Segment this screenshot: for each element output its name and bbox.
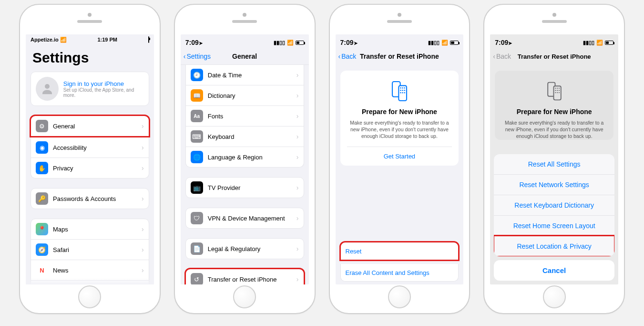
chevron-right-icon: ›: [142, 246, 144, 253]
cell-label: Keyboard: [208, 133, 296, 140]
svg-point-7: [402, 90, 403, 91]
status-bar: 7:09➤ ▮▮▯▯ 📶: [181, 34, 309, 48]
svg-point-19: [558, 90, 559, 91]
chevron-right-icon: ›: [296, 92, 299, 99]
home-button[interactable]: [78, 285, 101, 308]
chevron-right-icon: ›: [296, 214, 299, 222]
cell-label: Reset: [346, 248, 454, 255]
camera-dot: [398, 13, 401, 17]
cell-dictionary[interactable]: 📖Dictionary›: [186, 85, 304, 105]
safari-icon: 🧭: [36, 243, 48, 256]
home-button[interactable]: [388, 285, 411, 308]
home-button[interactable]: [233, 285, 256, 308]
status-time: 1:19 PM: [97, 37, 117, 42]
phone-reset-sheet: 7:09➤ ▮▮▯▯ 📶 ‹Back Transfer or Reset iPh…: [483, 4, 625, 314]
chevron-right-icon: ›: [142, 164, 144, 172]
cell-label: Transfer or Reset iPhone: [208, 276, 296, 283]
back-button[interactable]: ‹Settings: [184, 53, 211, 60]
action-sheet: Reset All Settings Reset Network Setting…: [494, 154, 614, 281]
status-time: 7:09➤: [185, 39, 203, 46]
book-icon: 📖: [191, 89, 203, 102]
cellular-icon: ▮▮▯▯: [583, 40, 594, 46]
svg-point-4: [402, 87, 403, 89]
news-icon: N: [36, 264, 48, 276]
signin-title: Sign in to your iPhone: [63, 80, 144, 87]
screen-general: 7:09➤ ▮▮▯▯ 📶 ‹Settings General 🕘Date & T…: [181, 34, 309, 284]
status-time: 7:09➤: [495, 39, 512, 46]
back-button: ‹Back: [493, 53, 511, 60]
sheet-reset-keyboard-dict[interactable]: Reset Keyboard Dictionary: [494, 195, 614, 215]
cell-keyboard[interactable]: ⌨Keyboard›: [186, 126, 304, 147]
screen-settings: Appetize.io 📶 1:19 PM Settings Sign in t…: [26, 34, 154, 284]
get-started-button[interactable]: Get Started: [347, 147, 452, 166]
camera-dot: [552, 13, 556, 17]
status-bar: Appetize.io 📶 1:19 PM: [26, 34, 154, 45]
location-arrow-icon: ➤: [199, 41, 203, 46]
card-title: Prepare for New iPhone: [501, 108, 607, 116]
signin-row[interactable]: Sign in to your iPhone Set up iCloud, th…: [31, 72, 149, 105]
battery-icon: [450, 41, 459, 45]
cell-date-time[interactable]: 🕘Date & Time›: [186, 65, 304, 85]
cell-maps[interactable]: 📍 Maps ›: [31, 219, 149, 239]
speaker-slot: [232, 20, 257, 23]
bottom-actions: Reset Erase All Content and Settings: [336, 242, 464, 284]
camera-dot: [243, 13, 246, 17]
cell-legal[interactable]: 📄Legal & Regulatory›: [186, 239, 304, 259]
cell-erase-all[interactable]: Erase All Content and Settings: [341, 264, 459, 281]
back-button[interactable]: ‹Back: [338, 53, 357, 60]
chevron-right-icon: ›: [296, 112, 299, 120]
sheet-reset-home[interactable]: Reset Home Screen Layout: [494, 215, 614, 236]
cell-safari[interactable]: 🧭 Safari ›: [31, 239, 149, 260]
cell-label: Passwords & Accounts: [53, 195, 142, 202]
cell-vpn[interactable]: 🛡VPN & Device Management›: [186, 208, 304, 228]
cell-label: Erase All Content and Settings: [346, 269, 454, 276]
sheet-reset-location-privacy[interactable]: Reset Location & Privacy: [494, 236, 614, 256]
group-erase: Erase All Content and Settings: [340, 264, 459, 282]
battery-icon: [148, 37, 149, 42]
cell-accessibility[interactable]: ◉ Accessibility ›: [31, 137, 149, 158]
wifi-icon: 📶: [441, 40, 448, 46]
svg-point-3: [400, 87, 401, 89]
maps-icon: 📍: [36, 223, 48, 235]
nav-title: Transfer or Reset iPhone: [360, 53, 439, 60]
battery-icon: [605, 41, 613, 45]
prepare-card-dimmed: Prepare for New iPhone Make sure everyth…: [495, 71, 613, 140]
home-button[interactable]: [543, 285, 566, 308]
chevron-right-icon: ›: [296, 245, 299, 252]
cell-fonts[interactable]: AaFonts›: [186, 105, 304, 126]
sheet-reset-network[interactable]: Reset Network Settings: [494, 174, 614, 195]
chevron-right-icon: ›: [296, 133, 299, 140]
cell-transfer-reset[interactable]: ↺Transfer or Reset iPhone›: [186, 269, 304, 284]
group-general-rest: ◉ Accessibility › ✋ Privacy ›: [31, 137, 149, 179]
phone-transfer-reset: 7:09➤ ▮▮▯▯ 📶 ‹Back Transfer or Reset iPh…: [329, 4, 470, 314]
chevron-left-icon: ‹: [493, 53, 495, 60]
key-icon: 🔑: [36, 192, 48, 205]
cell-reset[interactable]: Reset: [341, 242, 459, 260]
prepare-card: Prepare for New iPhone Make sure everyth…: [340, 71, 459, 166]
battery-icon: [296, 41, 304, 45]
sheet-reset-all[interactable]: Reset All Settings: [494, 154, 614, 174]
tv-icon: 📺: [191, 181, 203, 194]
cell-tv-provider[interactable]: 📺TV Provider›: [186, 178, 304, 198]
gear-icon: ⚙: [36, 120, 48, 132]
cell-news[interactable]: N News ›: [31, 260, 149, 280]
nav-title: Transfer or Reset iPhone: [518, 53, 591, 60]
status-bar: 7:09➤ ▮▮▯▯ 📶: [490, 34, 618, 48]
signin-group: Sign in to your iPhone Set up iCloud, th…: [31, 72, 149, 106]
chevron-right-icon: ›: [296, 275, 299, 283]
cell-label: TV Provider: [208, 184, 296, 191]
scroll-area[interactable]: 🕘Date & Time› 📖Dictionary› AaFonts› ⌨Key…: [181, 65, 309, 284]
nav-title: General: [232, 53, 257, 60]
fonts-icon: Aa: [191, 110, 203, 122]
phone-general: 7:09➤ ▮▮▯▯ 📶 ‹Settings General 🕘Date & T…: [174, 4, 316, 314]
cell-general[interactable]: ⚙ General ›: [31, 116, 149, 136]
cell-privacy[interactable]: ✋ Privacy ›: [31, 158, 149, 178]
sheet-cancel-button[interactable]: Cancel: [494, 260, 614, 281]
status-right: ▮▮▯▯ 📶: [583, 40, 613, 46]
cell-language[interactable]: 🌐Language & Region›: [186, 147, 304, 167]
card-desc: Make sure everything's ready to transfer…: [501, 119, 607, 140]
cell-passwords[interactable]: 🔑 Passwords & Accounts ›: [31, 189, 149, 209]
wifi-icon: 📶: [60, 37, 67, 42]
back-label: Settings: [186, 53, 211, 60]
speaker-slot: [387, 20, 412, 23]
